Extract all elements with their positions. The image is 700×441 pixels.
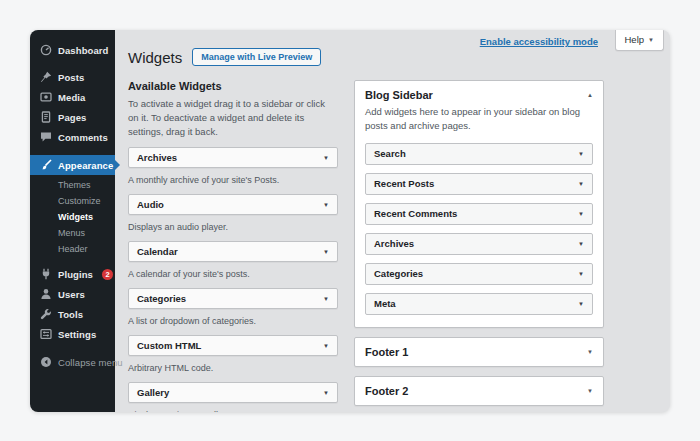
widget-name: Recent Posts (374, 178, 434, 189)
widget-name: Archives (374, 238, 414, 249)
widget-bar-audio[interactable]: Audio ▼ (128, 194, 338, 215)
chevron-down-icon[interactable]: ▼ (323, 202, 329, 208)
blog-sidebar-widgets: Search ▼ Recent Posts ▼ Recent Comments … (355, 133, 603, 327)
wrench-icon (40, 308, 52, 320)
enable-accessibility-link[interactable]: Enable accessibility mode (480, 36, 598, 47)
widget-bar-categories[interactable]: Categories ▼ (128, 288, 338, 309)
chevron-down-icon[interactable]: ▼ (578, 211, 584, 217)
chevron-up-icon[interactable]: ▲ (587, 92, 593, 98)
submenu-item-customize[interactable]: Customize (30, 193, 115, 209)
main-content: Enable accessibility mode Help ▼ Widgets… (115, 30, 670, 412)
widget-description: A calendar of your site's posts. (128, 269, 338, 279)
sidebar-item-plugins[interactable]: Plugins 2 (30, 264, 115, 284)
chevron-down-icon[interactable]: ▼ (578, 151, 584, 157)
widget-description: Displays an image gallery. (128, 410, 338, 412)
page-title-row: Widgets Manage with Live Preview (128, 46, 670, 68)
sidebar-widget-recent-posts[interactable]: Recent Posts ▼ (365, 173, 593, 195)
chevron-down-icon[interactable]: ▼ (323, 155, 329, 161)
sidebar-item-label: Comments (58, 132, 108, 143)
sidebar-item-label: Settings (58, 329, 96, 340)
sidebar-item-appearance[interactable]: Appearance (30, 155, 115, 175)
appearance-brush-icon (40, 159, 52, 171)
sidebar-item-pages[interactable]: Pages (30, 107, 115, 127)
widget-bar-gallery[interactable]: Gallery ▼ (128, 382, 338, 403)
footer-1-panel: Footer 1 ▼ (354, 337, 604, 367)
sidebar-widget-archives[interactable]: Archives ▼ (365, 233, 593, 255)
chevron-down-icon[interactable]: ▼ (587, 388, 593, 394)
panel-title: Footer 2 (365, 385, 408, 397)
admin-window: Dashboard Posts Media Pages Comments (30, 30, 670, 412)
panel-title: Footer 1 (365, 346, 408, 358)
chevron-down-icon[interactable]: ▼ (587, 349, 593, 355)
sidebar-item-media[interactable]: Media (30, 87, 115, 107)
pages-icon (40, 111, 52, 123)
widget-description: Displays an audio player. (128, 222, 338, 232)
sidebar-item-comments[interactable]: Comments (30, 127, 115, 147)
widget-name: Gallery (137, 387, 169, 398)
plugins-update-badge: 2 (102, 269, 113, 280)
submenu-item-header[interactable]: Header (30, 241, 115, 257)
widget-description: Arbitrary HTML code. (128, 363, 338, 373)
footer-2-header[interactable]: Footer 2 ▼ (355, 377, 603, 405)
widget-bar-archives[interactable]: Archives ▼ (128, 147, 338, 168)
submenu-item-widgets[interactable]: Widgets (30, 209, 115, 225)
chevron-down-icon[interactable]: ▼ (323, 296, 329, 302)
widget-name: Recent Comments (374, 208, 457, 219)
sidebar-widget-categories[interactable]: Categories ▼ (365, 263, 593, 285)
media-icon (40, 91, 52, 103)
chevron-down-icon[interactable]: ▼ (323, 249, 329, 255)
sidebar-item-settings[interactable]: Settings (30, 324, 115, 344)
sidebar-widget-recent-comments[interactable]: Recent Comments ▼ (365, 203, 593, 225)
help-dropdown-button[interactable]: Help ▼ (615, 30, 665, 51)
blog-sidebar-header[interactable]: Blog Sidebar ▲ (355, 81, 603, 105)
sidebar-item-label: Tools (58, 309, 83, 320)
sidebar-item-label: Posts (58, 72, 84, 83)
widget-bar-calendar[interactable]: Calendar ▼ (128, 241, 338, 262)
admin-sidebar: Dashboard Posts Media Pages Comments (30, 30, 115, 412)
help-label: Help (625, 34, 645, 45)
widget-description: A list or dropdown of categories. (128, 316, 338, 326)
sidebar-item-label: Pages (58, 112, 87, 123)
submenu-item-menus[interactable]: Menus (30, 225, 115, 241)
sidebar-item-posts[interactable]: Posts (30, 67, 115, 87)
widget-name: Meta (374, 298, 396, 309)
available-widgets-heading: Available Widgets (128, 80, 338, 92)
available-widgets-column: Available Widgets To activate a widget d… (128, 80, 338, 412)
widget-name: Calendar (137, 246, 178, 257)
appearance-submenu: Themes Customize Widgets Menus Header (30, 175, 115, 264)
sidebar-widget-search[interactable]: Search ▼ (365, 143, 593, 165)
widget-name: Custom HTML (137, 340, 201, 351)
chevron-down-icon: ▼ (648, 37, 654, 43)
widget-name: Archives (137, 152, 177, 163)
panel-title: Blog Sidebar (365, 89, 433, 101)
sidebar-item-tools[interactable]: Tools (30, 304, 115, 324)
manage-live-preview-button[interactable]: Manage with Live Preview (192, 48, 321, 66)
collapse-menu-button[interactable]: Collapse menu (30, 352, 115, 372)
chevron-down-icon[interactable]: ▼ (323, 390, 329, 396)
chevron-down-icon[interactable]: ▼ (578, 241, 584, 247)
chevron-down-icon[interactable]: ▼ (323, 343, 329, 349)
plugin-icon (40, 268, 52, 280)
available-widgets-description: To activate a widget drag it to a sideba… (128, 97, 338, 138)
chevron-down-icon[interactable]: ▼ (578, 271, 584, 277)
widget-name: Search (374, 148, 406, 159)
pin-icon (40, 71, 52, 83)
chevron-down-icon[interactable]: ▼ (578, 181, 584, 187)
page-title: Widgets (128, 49, 182, 66)
widget-name: Audio (137, 199, 164, 210)
submenu-item-themes[interactable]: Themes (30, 177, 115, 193)
sidebar-item-users[interactable]: Users (30, 284, 115, 304)
collapse-arrow-icon (40, 356, 52, 368)
comments-icon (40, 131, 52, 143)
footer-2-panel: Footer 2 ▼ (354, 376, 604, 406)
sidebar-item-label: Plugins (58, 269, 93, 280)
sidebars-column: Blog Sidebar ▲ Add widgets here to appea… (354, 80, 604, 412)
sidebar-item-label: Media (58, 92, 85, 103)
widget-bar-custom-html[interactable]: Custom HTML ▼ (128, 335, 338, 356)
blog-sidebar-panel: Blog Sidebar ▲ Add widgets here to appea… (354, 80, 604, 328)
sidebar-item-dashboard[interactable]: Dashboard (30, 40, 115, 60)
chevron-down-icon[interactable]: ▼ (578, 301, 584, 307)
sidebar-widget-meta[interactable]: Meta ▼ (365, 293, 593, 315)
footer-1-header[interactable]: Footer 1 ▼ (355, 338, 603, 366)
sidebar-item-label: Appearance (58, 160, 113, 171)
